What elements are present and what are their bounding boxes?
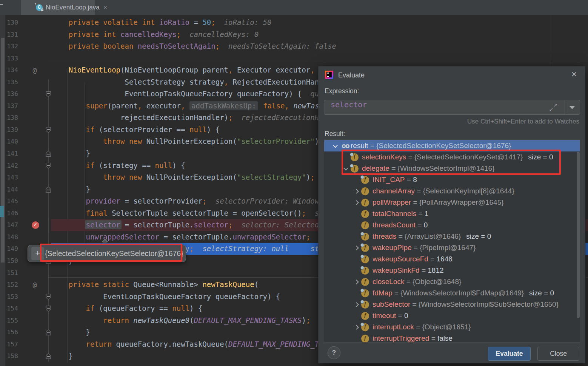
code-line[interactable]: } xyxy=(51,148,90,160)
chevron-right-icon[interactable] xyxy=(351,246,361,250)
variable-value: {Object@1651} xyxy=(422,323,471,331)
tab-close-icon[interactable]: × xyxy=(103,4,108,11)
line-number[interactable]: 134 xyxy=(3,64,18,76)
tree-row[interactable]: INIT_CAP = 8 xyxy=(324,174,580,185)
tree-row[interactable]: totalChannels = 1 xyxy=(324,208,580,219)
tree-row[interactable]: wakeupPipe = {PipeImpl@1647} xyxy=(324,242,580,253)
editor-tab-bar: C NioEventLoop.java × xyxy=(0,0,588,15)
line-number[interactable]: 158 xyxy=(3,350,18,362)
chevron-down-icon[interactable] xyxy=(330,144,340,148)
tree-row[interactable]: wakeupSourceFd = 1648 xyxy=(324,253,580,265)
line-number[interactable]: 149 xyxy=(3,243,18,255)
field-icon xyxy=(361,210,369,218)
line-number[interactable]: 139 xyxy=(3,124,18,136)
code-line[interactable]: if (queueFactory == null) { xyxy=(51,303,202,315)
fold-icon[interactable] xyxy=(46,353,51,359)
line-number[interactable]: 140 xyxy=(3,136,18,148)
chevron-right-icon[interactable] xyxy=(351,303,361,306)
code-line[interactable]: } xyxy=(51,184,90,196)
tree-row[interactable]: interruptLock = {Object@1651} xyxy=(324,321,580,333)
tree-row[interactable]: selectionKeys = {SelectedSelectionKeySet… xyxy=(324,151,580,163)
tree-row[interactable]: channelArray = {SelectionKeyImpl[8]@1644… xyxy=(324,185,580,197)
line-number[interactable]: 132 xyxy=(3,40,18,53)
expand-editor-icon[interactable]: ↗↙ xyxy=(549,103,557,111)
line-number[interactable]: 138 xyxy=(3,112,18,124)
code-line[interactable]: throw new NullPointerException("selector… xyxy=(51,136,323,148)
close-icon[interactable]: × xyxy=(568,69,580,80)
line-number[interactable]: 153 xyxy=(3,291,18,303)
line-number[interactable]: 137 xyxy=(3,100,18,112)
tree-row[interactable]: fdMap = {WindowsSelectorImpl$FdMap@1649}… xyxy=(324,287,580,299)
line-number[interactable]: 157 xyxy=(3,338,18,351)
stripe-scrollbar-thumb[interactable] xyxy=(1,38,5,263)
code-line[interactable]: if (selectorProvider == null) { xyxy=(51,124,220,136)
line-number[interactable]: 141 xyxy=(3,148,18,160)
line-number[interactable]: 152 xyxy=(3,279,18,291)
line-number[interactable]: 135 xyxy=(3,76,18,88)
breakpoint-icon[interactable] xyxy=(32,221,39,229)
tree-row[interactable]: closeLock = {Object@1648} xyxy=(324,276,580,287)
variable-name: timeout xyxy=(373,312,396,320)
tree-row[interactable]: timeout = 0 xyxy=(324,310,580,321)
history-dropdown-icon[interactable] xyxy=(570,106,575,109)
fold-icon[interactable] xyxy=(46,91,51,97)
help-button[interactable]: ? xyxy=(328,346,340,359)
line-number[interactable]: 144 xyxy=(3,184,18,196)
line-number[interactable]: 133 xyxy=(3,53,18,65)
tree-row[interactable]: ooresult = {SelectedSelectionKeySetSelec… xyxy=(324,140,580,151)
fold-icon[interactable] xyxy=(46,329,51,335)
fold-icon[interactable] xyxy=(46,127,51,133)
line-number[interactable]: 131 xyxy=(3,29,18,41)
tree-row[interactable]: delegate = {WindowsSelectorImpl@1416} xyxy=(324,163,580,174)
line-number[interactable]: 156 xyxy=(3,326,18,338)
code-line[interactable]: if (strategy == null) { xyxy=(51,160,185,172)
line-number[interactable]: 136 xyxy=(3,88,18,100)
chevron-right-icon[interactable] xyxy=(351,201,361,204)
code-line[interactable]: private static Queue<Runnable> newTaskQu… xyxy=(51,279,259,291)
code-line[interactable]: EventLoopTaskQueueFactory queueFactory) … xyxy=(51,291,280,303)
line-number[interactable]: 145 xyxy=(3,195,18,207)
add-to-watches-plus-button[interactable]: + xyxy=(31,247,44,260)
line-number[interactable]: 148 xyxy=(3,231,18,243)
result-tree[interactable]: ooresult = {SelectedSelectionKeySetSelec… xyxy=(324,139,580,343)
code-line[interactable]: throw new NullPointerException("selectSt… xyxy=(51,171,315,184)
minimize-icon[interactable] xyxy=(0,4,3,5)
code-line[interactable]: return queueFactory.newTaskQueue(DEFAULT… xyxy=(51,338,345,351)
fold-icon[interactable] xyxy=(46,306,51,312)
tree-row[interactable]: threadsCount = 0 xyxy=(324,219,580,231)
line-number[interactable]: 147 xyxy=(3,219,18,231)
tab-nioeventloop[interactable]: C NioEventLoop.java × xyxy=(21,0,95,15)
code-line[interactable]: private boolean needsToSelectAgain; need… xyxy=(51,40,336,53)
code-line[interactable]: return newTaskQueue0(DEFAULT_MAX_PENDING… xyxy=(51,315,310,327)
code-line[interactable]: } xyxy=(51,350,73,362)
line-number[interactable]: 142 xyxy=(3,160,18,172)
tree-row[interactable]: subSelector = {WindowsSelectorImpl$SubSe… xyxy=(324,299,580,310)
evaluate-button[interactable]: Evaluate xyxy=(488,347,531,361)
chevron-right-icon[interactable] xyxy=(351,326,361,329)
line-number[interactable]: 143 xyxy=(3,171,18,184)
fold-icon[interactable] xyxy=(46,187,51,193)
fold-icon[interactable] xyxy=(46,294,51,300)
fold-icon[interactable] xyxy=(46,163,51,169)
line-number[interactable]: 151 xyxy=(3,267,18,279)
chevron-down-icon[interactable] xyxy=(341,167,351,170)
line-number[interactable]: 155 xyxy=(3,315,18,327)
code-line[interactable]: private volatile int ioRatio = 50; ioRat… xyxy=(51,17,271,29)
chevron-right-icon[interactable] xyxy=(351,190,361,193)
chevron-right-icon[interactable] xyxy=(351,280,361,284)
line-number[interactable]: 150 xyxy=(3,255,18,267)
tree-row[interactable]: interruptTriggered = false xyxy=(324,333,580,343)
code-line[interactable]: unwrappedSelector = selectorTuple.unwrap… xyxy=(51,231,328,243)
expression-input[interactable]: selector ↗↙ xyxy=(324,100,580,115)
fold-icon[interactable] xyxy=(46,151,51,157)
line-number[interactable]: 130 xyxy=(3,17,18,29)
code-line[interactable]: } xyxy=(51,326,90,338)
line-number[interactable]: 154 xyxy=(3,303,18,315)
tree-row[interactable]: wakeupSinkFd = 1812 xyxy=(324,265,580,276)
close-button[interactable]: Close xyxy=(537,347,579,361)
tree-row[interactable]: pollWrapper = {PollArrayWrapper@1645} xyxy=(324,197,580,208)
tree-row[interactable]: threads = {ArrayList@1646}size = 0 xyxy=(324,231,580,242)
tree-scrollbar[interactable] xyxy=(577,152,580,318)
line-number[interactable]: 146 xyxy=(3,207,18,219)
code-line[interactable]: private int cancelledKeys; cancelledKeys… xyxy=(51,29,259,41)
